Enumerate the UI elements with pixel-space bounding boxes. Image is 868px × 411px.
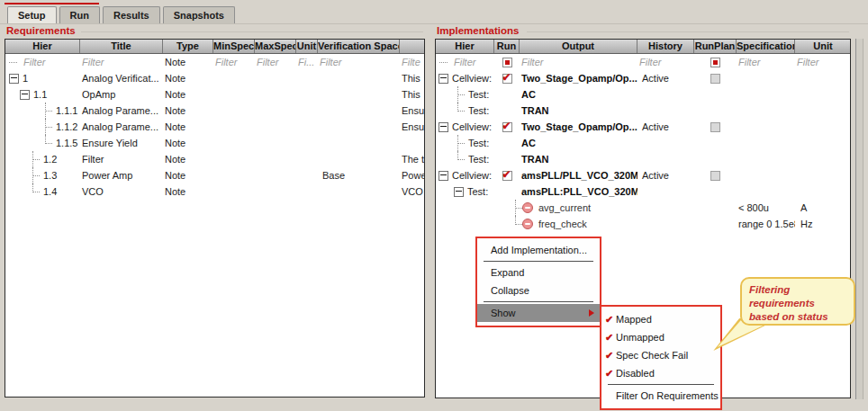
implementation-row[interactable]: Cellview:amsPLL/PLL_VCO_320M...Active	[436, 167, 850, 183]
check-cell: avg_current	[436, 200, 637, 216]
run-checkbox[interactable]	[502, 74, 512, 84]
runplan-checkbox[interactable]	[710, 74, 720, 84]
menu-item-show[interactable]: Show	[477, 304, 600, 322]
submenu-item-mapped[interactable]: Mapped✔	[601, 310, 720, 328]
filter-cell-run[interactable]	[494, 54, 520, 70]
run-filter-checkbox[interactable]	[502, 58, 512, 67]
submenu-item-unmapped[interactable]: Unmapped✔	[601, 328, 720, 346]
output-cell: Two_Stage_Opamp/Op...	[520, 70, 637, 86]
filter-cell-minspec[interactable]: Filter	[213, 54, 255, 70]
column-header-hier[interactable]: Hier	[436, 40, 494, 53]
output-cell: AC	[520, 86, 637, 103]
requirement-row[interactable]: 1.4VCONoteVCO	[5, 183, 424, 200]
history-cell: Active	[637, 119, 694, 135]
expand-toggle-icon[interactable]	[9, 74, 19, 84]
cell-minspec	[213, 103, 255, 119]
filter-cell-type[interactable]: Note	[163, 54, 213, 70]
hier-number: 1.3	[43, 167, 57, 183]
disabled-icon[interactable]	[522, 219, 533, 229]
submenu-item-spec-check-fail[interactable]: Spec Check Fail✔	[601, 346, 720, 364]
runplan-filter-checkbox[interactable]	[710, 58, 720, 67]
runplan-cell	[694, 183, 737, 200]
menu-item-add-implementation[interactable]: Add Implementation...	[477, 241, 600, 259]
cell-type: Note	[163, 167, 213, 183]
column-header-unit[interactable]: Unit	[795, 40, 851, 53]
implementation-row[interactable]: Test:TRAN	[436, 151, 850, 167]
column-header-runplan[interactable]: RunPlan	[694, 40, 737, 53]
filter-cell-specification[interactable]: Filter	[737, 54, 795, 70]
menu-item-expand[interactable]: Expand	[477, 264, 600, 281]
column-header-unit[interactable]: Unit	[296, 40, 318, 53]
filter-cell-unit[interactable]: Fi...	[296, 54, 318, 70]
requirement-row[interactable]: 1.2FilterNoteThe t	[5, 151, 424, 167]
column-header-verification-space[interactable]: Verification Space	[318, 40, 400, 53]
filter-cell-title[interactable]: Filter	[80, 54, 163, 70]
column-header-hier[interactable]: Hier	[5, 40, 80, 53]
filter-cell-output[interactable]: Filter	[520, 54, 637, 70]
disabled-icon[interactable]	[522, 202, 533, 213]
cell-unit	[296, 183, 318, 200]
column-header-maxspec[interactable]: MaxSpec	[255, 40, 296, 53]
cell-title: VCO	[80, 183, 163, 200]
requirement-row[interactable]: 1.1.1Analog Parame...NoteEnsu	[5, 103, 424, 119]
cell-maxspec	[255, 151, 296, 167]
requirement-row[interactable]: 1.1.2Analog Parame...NoteEnsu	[5, 119, 424, 135]
hier-cell: 1.4	[5, 183, 80, 200]
implementation-row[interactable]: Test:amsPLL:PLL_VCO_320M...	[436, 183, 850, 200]
vertical-scrollbar[interactable]	[855, 39, 863, 399]
column-header-clipped[interactable]	[400, 40, 425, 53]
filter-cell-verification-space[interactable]: Filter	[318, 54, 400, 70]
tab-results[interactable]: Results	[103, 6, 160, 24]
filter-cell-hier[interactable]: Filter	[436, 54, 494, 70]
column-header-type[interactable]: Type	[163, 40, 213, 53]
runplan-checkbox[interactable]	[710, 122, 720, 132]
hier-cell: 1.1	[5, 86, 80, 103]
unit-cell	[795, 183, 851, 200]
run-cell	[494, 135, 520, 151]
submenu-item-disabled[interactable]: Disabled✔	[601, 364, 720, 382]
filter-cell-history[interactable]: Filter	[637, 54, 694, 70]
expand-toggle-icon[interactable]	[439, 122, 448, 132]
requirement-row[interactable]: 1.3Power AmpNoteBasePowe	[5, 167, 424, 183]
column-header-specification[interactable]: Specification	[737, 40, 795, 53]
expand-toggle-icon[interactable]	[439, 74, 448, 84]
implementation-row[interactable]: freq_checkrange 0 1.5e8Hz	[436, 216, 850, 232]
requirement-row[interactable]: 1.1OpAmpNoteThis	[5, 86, 424, 103]
implementation-row[interactable]: Cellview:Two_Stage_Opamp/Op...Active	[436, 70, 850, 86]
column-header-history[interactable]: History	[637, 40, 694, 53]
filter-cell-clipped[interactable]: Filte	[400, 54, 425, 70]
implementation-row[interactable]: avg_current< 800uA	[436, 200, 850, 216]
runplan-checkbox[interactable]	[710, 171, 720, 181]
cell-title: Analog Verificat...	[80, 70, 163, 86]
tab-setup[interactable]: Setup	[7, 6, 57, 24]
implementation-row[interactable]: Test:AC	[436, 86, 850, 103]
run-checkbox[interactable]	[502, 171, 512, 181]
expand-toggle-icon[interactable]	[439, 171, 448, 181]
cell-maxspec	[255, 70, 296, 86]
tab-run[interactable]: Run	[59, 6, 100, 24]
specification-cell	[737, 119, 795, 135]
implementation-row[interactable]: Test:AC	[436, 135, 850, 151]
requirement-row[interactable]: 1Analog Verificat...NoteThis	[5, 70, 424, 86]
filter-cell-unit[interactable]: Filter	[795, 54, 851, 70]
requirement-row[interactable]: 1.1.5Ensure YieldNote	[5, 135, 424, 151]
column-header-title[interactable]: Title	[80, 40, 163, 53]
run-checkbox[interactable]	[502, 122, 512, 132]
cell-maxspec	[255, 183, 296, 200]
column-header-run[interactable]: Run	[494, 40, 520, 53]
implementation-row[interactable]: Test:TRAN	[436, 103, 850, 119]
expand-toggle-icon[interactable]	[20, 90, 30, 100]
filter-cell-hier[interactable]: Filter	[5, 54, 80, 70]
run-cell	[494, 183, 520, 200]
expand-toggle-icon[interactable]	[454, 187, 464, 197]
tab-snapshots[interactable]: Snapshots	[163, 6, 235, 24]
filter-cell-maxspec[interactable]: Filter	[255, 54, 296, 70]
column-header-minspec[interactable]: MinSpec	[213, 40, 255, 53]
implementation-row[interactable]: Cellview:Two_Stage_Opamp/Op...Active	[436, 119, 850, 135]
column-header-output[interactable]: Output	[520, 40, 637, 53]
submenu-item-filter-on-requirements[interactable]: Filter On Requirements	[601, 387, 720, 405]
filter-cell-runplan[interactable]	[694, 54, 737, 70]
tabbar-divider	[0, 23, 868, 24]
menu-item-collapse[interactable]: Collapse	[477, 281, 600, 299]
specification-cell	[737, 86, 795, 103]
